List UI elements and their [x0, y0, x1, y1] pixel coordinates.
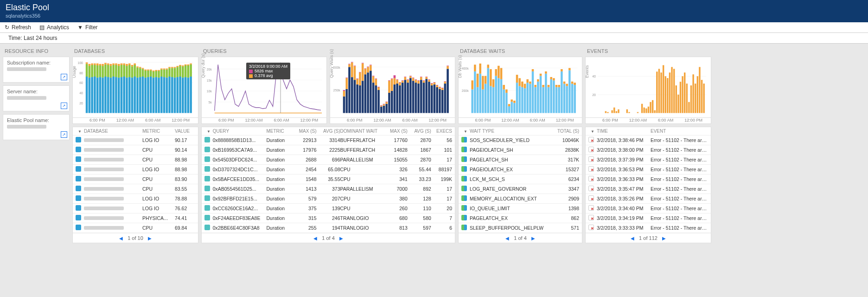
pager-prev[interactable]: ◀: [505, 236, 509, 241]
table-row[interactable]: PAGELATCH_SH 317K: [459, 155, 582, 165]
event-text: Error - 51102 - There are n...: [651, 206, 708, 211]
table-row[interactable]: 3/2/2018, 3:34:19 PM Error - 51102 - The…: [586, 213, 711, 223]
svg-rect-323: [542, 85, 544, 87]
table-row[interactable]: 0xB169953CA7A9... Duration 17976 2225 BU…: [202, 145, 455, 155]
events-chart[interactable]: Events 20 40: [585, 57, 711, 118]
filter-column-icon[interactable]: [461, 129, 470, 134]
svg-rect-313: [529, 82, 531, 84]
pager-prev[interactable]: ◀: [313, 236, 317, 241]
svg-rect-169: [364, 69, 367, 74]
table-row[interactable]: 0xD3707324DC1C... Duration 2454 65.08 CP…: [202, 165, 455, 174]
svg-rect-163: [359, 72, 361, 85]
table-row[interactable]: 0xAB0554561D25... Duration 1413 373 PARA…: [202, 184, 455, 194]
table-row[interactable]: 3/2/2018, 3:37:39 PM Error - 51102 - The…: [586, 155, 711, 165]
svg-rect-21: [94, 64, 96, 65]
table-row[interactable]: LOG_RATE_GOVERNOR 3347: [459, 184, 582, 194]
pager-prev[interactable]: ◀: [119, 236, 123, 241]
svg-rect-296: [508, 106, 511, 113]
svg-rect-50: [121, 65, 123, 77]
svg-rect-269: [471, 80, 473, 89]
table-row[interactable]: 0x92BFBFD21E15... Duration 579 207 CPU 3…: [202, 194, 455, 204]
svg-rect-161: [356, 78, 358, 79]
table-row[interactable]: CPU 88.98: [73, 155, 198, 165]
query-waits-chart[interactable]: Query Waits (s) 250k 500k: [330, 57, 455, 118]
table-row[interactable]: 0x2BBE6E4C80F3A8 Duration 255 194 TRANLO…: [202, 223, 455, 233]
table-row[interactable]: 0x54503DFDC624... Duration 2688 696 PARA…: [202, 155, 455, 165]
table-row[interactable]: LOG IO 88.98: [73, 165, 198, 174]
filter-column-icon[interactable]: [588, 129, 597, 134]
table-row[interactable]: 0x8888858B1D13... Duration 22913 3314 BU…: [202, 136, 455, 145]
server-value: [7, 96, 46, 100]
databases-usage-chart[interactable]: Usage 20 40 60 80 100: [72, 57, 198, 118]
svg-rect-360: [616, 111, 617, 113]
svg-rect-331: [553, 78, 555, 80]
table-row[interactable]: 3/2/2018, 3:33:33 PM Error - 51102 - The…: [586, 223, 711, 233]
pager-next[interactable]: ▶: [339, 236, 343, 241]
table-row[interactable]: 0x5BAFCEE1DD35... Duration 1548 35.55 CP…: [202, 174, 455, 184]
svg-rect-260: [444, 81, 447, 82]
table-row[interactable]: 3/2/2018, 3:34:40 PM Error - 51102 - The…: [586, 204, 711, 213]
time-range-bar[interactable]: Time: Last 24 hours: [0, 33, 868, 44]
table-row[interactable]: 3/2/2018, 3:35:47 PM Error - 51102 - The…: [586, 184, 711, 194]
wait-type: PAGELATCH_EX: [470, 215, 552, 221]
pager-next[interactable]: ▶: [148, 236, 152, 241]
table-row[interactable]: CPU 83.90: [73, 174, 198, 184]
pager-next[interactable]: ▶: [531, 236, 535, 241]
table-row[interactable]: 3/2/2018, 3:38:00 PM Error - 51102 - The…: [586, 145, 711, 155]
svg-rect-401: [703, 84, 704, 113]
queries-table: QUERY METRIC MAX (S) AVG (S) DOMINANT WA…: [201, 127, 455, 243]
filter-column-icon[interactable]: [76, 129, 84, 134]
pager-prev[interactable]: ◀: [631, 236, 634, 241]
table-row[interactable]: 3/2/2018, 3:35:26 PM Error - 51102 - The…: [586, 194, 711, 204]
svg-rect-397: [695, 84, 696, 113]
table-row[interactable]: SLEEP_BUFFERPOOL_HELPLW 571: [459, 223, 582, 233]
table-row[interactable]: 3/2/2018, 3:36:33 PM Error - 51102 - The…: [586, 174, 711, 184]
table-row[interactable]: MEMORY_ALLOCATION_EXT 2909: [459, 194, 582, 204]
svg-rect-308: [524, 88, 526, 113]
svg-rect-154: [351, 62, 353, 77]
x-axis-ticks: 6:00 PM12:00 AM 6:00 AM12:00 PM: [585, 118, 711, 124]
popout-icon[interactable]: ↗: [61, 74, 67, 80]
svg-rect-320: [540, 76, 542, 113]
wait-icon: [461, 205, 467, 211]
table-row[interactable]: SOS_SCHEDULER_YIELD 10046K: [459, 136, 582, 145]
table-row[interactable]: 0xCC6260CE16A2... Duration 375 139 CPU 2…: [202, 204, 455, 213]
popout-icon[interactable]: ↗: [61, 131, 67, 138]
table-row[interactable]: PAGELATCH_EX 862: [459, 213, 582, 223]
table-row[interactable]: CPU 83.55: [73, 184, 198, 194]
pager-next[interactable]: ▶: [662, 236, 666, 241]
filter-column-icon[interactable]: [204, 129, 213, 134]
wait-type: SLEEP_BUFFERPOOL_HELPLW: [470, 225, 552, 231]
table-row[interactable]: CPU 90.14: [73, 145, 198, 155]
table-row[interactable]: 0xF24AEEDF83EA8E Duration 315 246 TRANLO…: [202, 213, 455, 223]
table-row[interactable]: CPU 69.84: [73, 223, 198, 233]
svg-text:100: 100: [77, 60, 83, 65]
table-row[interactable]: IO_QUEUE_LIMIT 1398: [459, 204, 582, 213]
refresh-button[interactable]: ↻ Refresh: [5, 24, 31, 31]
events-table: TIME EVENT 3/2/2018, 3:38:46 PM Error - …: [585, 127, 711, 243]
table-header: DATABASE METRIC VALUE: [73, 127, 198, 136]
svg-text:60: 60: [79, 81, 83, 85]
table-row[interactable]: LOG IO 90.17: [73, 136, 198, 145]
svg-rect-173: [367, 66, 369, 67]
svg-rect-68: [136, 67, 139, 77]
db-waits-chart[interactable]: Db Waits (s) 200k 400k: [458, 57, 582, 118]
table-row[interactable]: PHYSICA... 74.41: [73, 213, 198, 223]
table-row[interactable]: PAGEIOLATCH_EX 15327: [459, 165, 582, 174]
database-icon: [76, 137, 81, 142]
x-axis-ticks: 6:00 PM12:00 AM 6:00 AM12:00 PM: [201, 118, 327, 124]
analytics-button[interactable]: ▤ Analytics: [39, 24, 69, 31]
popout-icon[interactable]: ↗: [61, 103, 67, 109]
event-text: Error - 51102 - There are n...: [651, 196, 708, 201]
table-row[interactable]: LOG IO 78.88: [73, 194, 198, 204]
table-row[interactable]: PAGEIOLATCH_SH 2838K: [459, 145, 582, 155]
table-row[interactable]: LCK_M_SCH_S 6234: [459, 174, 582, 184]
table-row[interactable]: 3/2/2018, 3:36:53 PM Error - 51102 - The…: [586, 165, 711, 174]
error-icon: [588, 186, 594, 191]
filter-button[interactable]: ▼ Filter: [77, 24, 98, 31]
table-row[interactable]: LOG IO 76.62: [73, 204, 198, 213]
wait-type: PAGEIOLATCH_EX: [470, 167, 552, 172]
svg-rect-341: [566, 84, 568, 86]
table-row[interactable]: 3/2/2018, 3:38:46 PM Error - 51102 - The…: [586, 136, 711, 145]
query-duration-chart[interactable]: Query dur (s) 5k 10k 15k 20k 3/2/2018 9:…: [201, 57, 327, 118]
